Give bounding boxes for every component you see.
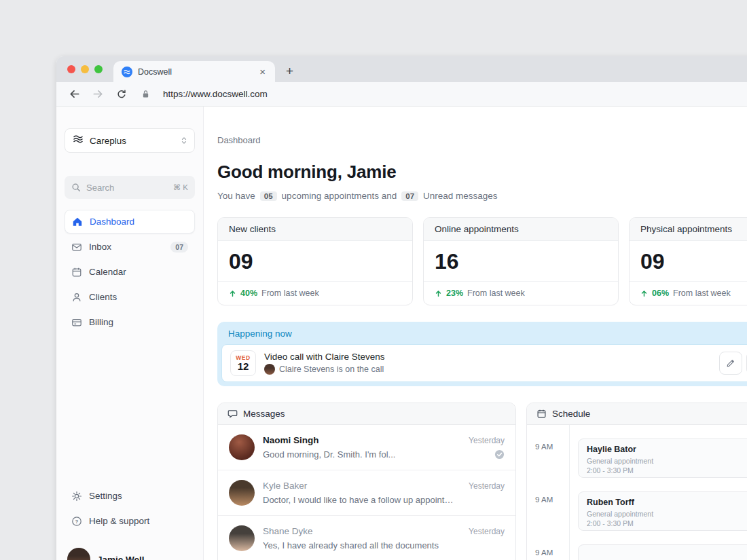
event-subtitle-row: Claire Stevens is on the call	[264, 364, 385, 375]
stat-footer: 40% From last week	[218, 281, 412, 305]
schedule-card-wrap	[569, 544, 747, 560]
summary-suffix: Unread messages	[423, 191, 498, 201]
workspace-name: Careplus	[90, 136, 126, 146]
forward-icon[interactable]	[92, 88, 104, 100]
address-bar[interactable]: https://www.docswell.com	[163, 89, 268, 99]
message-list-item[interactable]: Kyle Baker Doctor, I would like to have …	[218, 470, 515, 516]
arrow-up-icon	[640, 290, 648, 297]
sidebar: Careplus ⌘ K Dashboard	[56, 107, 204, 560]
message-preview: Yes, I have already shared all the docum…	[263, 540, 460, 550]
sidebar-item-label: Settings	[89, 491, 122, 501]
close-window-button[interactable]	[67, 65, 75, 73]
message-meta: Yesterday	[469, 480, 505, 491]
back-icon[interactable]	[69, 88, 80, 100]
arrow-up-icon	[229, 290, 236, 297]
stat-footer: 06% From last week	[630, 281, 747, 305]
chevron-updown-icon	[181, 136, 187, 145]
stat-title: Physical appointments	[630, 218, 747, 241]
appointments-count-badge: 05	[260, 191, 277, 201]
sidebar-item-dashboard[interactable]: Dashboard	[65, 210, 195, 234]
edit-event-button[interactable]	[719, 352, 742, 375]
message-meta: Yesterday	[469, 525, 505, 536]
sidebar-item-inbox[interactable]: Inbox 07	[65, 235, 195, 259]
new-tab-button[interactable]: +	[286, 64, 293, 77]
appointment-hours: 2:00 - 3:30 PM	[587, 519, 747, 527]
breadcrumb: Dashboard	[217, 135, 747, 145]
avatar	[229, 434, 255, 460]
user-profile-row[interactable]: Jamie Well	[65, 548, 195, 560]
stat-delta: 06%	[652, 288, 669, 298]
schedule-row: 9 AM	[527, 544, 747, 560]
stat-delta-note: From last week	[261, 288, 319, 298]
sidebar-item-settings[interactable]: Settings	[65, 484, 195, 508]
message-body: Naomi Singh Good morning, Dr. Smith. I'm…	[263, 434, 460, 460]
message-preview: Doctor, I would like to have a follow up…	[263, 495, 460, 505]
message-sender: Shane Dyke	[263, 526, 460, 536]
happening-now-event-card[interactable]: WED 12 Video call with Claire Stevens Cl…	[221, 344, 747, 382]
sidebar-item-calendar[interactable]: Calendar	[65, 260, 195, 284]
avatar	[264, 364, 275, 375]
minimize-window-button[interactable]	[81, 65, 89, 73]
inbox-icon	[71, 242, 82, 253]
inbox-count-badge: 07	[170, 242, 188, 253]
stat-footer: 23% From last week	[424, 281, 618, 305]
browser-window: Docswell × + https://www.docswell.com	[56, 56, 747, 560]
schedule-panel-title: Schedule	[552, 409, 590, 419]
panels-row: Messages Naomi Singh Good morning, Dr. S…	[217, 403, 747, 560]
stat-delta: 23%	[446, 288, 463, 298]
reload-icon[interactable]	[116, 89, 127, 100]
browser-tab-docswell[interactable]: Docswell ×	[113, 61, 275, 82]
sidebar-item-label: Dashboard	[90, 217, 134, 227]
browser-tabstrip: Docswell × +	[56, 56, 747, 82]
stat-value: 09	[218, 241, 412, 281]
browser-toolbar: https://www.docswell.com	[56, 82, 747, 107]
workspace-selector[interactable]: Careplus	[65, 128, 195, 153]
appointment-card[interactable]: Haylie Bator General appointment 2:00 - …	[578, 438, 747, 478]
schedule-card-wrap: Haylie Bator General appointment 2:00 - …	[569, 438, 747, 478]
appointment-patient: Haylie Bator	[587, 445, 747, 454]
appointment-card[interactable]	[578, 544, 747, 560]
stat-card-physical-appointments: Physical appointments 09 06% From last w…	[629, 217, 747, 305]
stat-value: 16	[424, 241, 618, 281]
search-input[interactable]	[86, 183, 168, 193]
message-list-item[interactable]: Naomi Singh Good morning, Dr. Smith. I'm…	[218, 425, 515, 470]
event-subtitle: Claire Stevens is on the call	[279, 365, 384, 374]
appointment-card[interactable]: Ruben Torff General appointment 2:00 - 3…	[578, 491, 747, 531]
schedule-divider	[569, 425, 570, 560]
secure-lock-icon[interactable]	[142, 90, 149, 98]
stat-delta: 40%	[240, 288, 257, 298]
tab-close-icon[interactable]: ×	[258, 65, 267, 78]
message-list-item[interactable]: Shane Dyke Yes, I have already shared al…	[218, 516, 515, 560]
message-time: Yesterday	[469, 436, 505, 445]
svg-text:?: ?	[75, 518, 79, 524]
schedule-row: 9 AM Ruben Torff General appointment 2:0…	[527, 491, 747, 531]
schedule-card-wrap: Ruben Torff General appointment 2:00 - 3…	[569, 491, 747, 531]
sidebar-item-label: Billing	[89, 317, 113, 327]
dashboard-main: Dashboard Good morning, Jamie You have 0…	[204, 107, 747, 560]
docswell-app: Careplus ⌘ K Dashboard	[56, 107, 747, 560]
happening-now-title: Happening now	[221, 322, 747, 344]
avatar	[67, 548, 90, 560]
chat-icon	[227, 409, 238, 419]
message-body: Shane Dyke Yes, I have already shared al…	[263, 525, 460, 550]
arrow-up-icon	[435, 290, 442, 297]
event-date-chip: WED 12	[230, 350, 256, 376]
appointment-patient: Ruben Torff	[587, 498, 747, 507]
sidebar-item-billing[interactable]: Billing	[65, 310, 195, 334]
avatar	[229, 480, 255, 506]
search-box[interactable]: ⌘ K	[65, 176, 195, 199]
read-check-icon	[494, 449, 505, 460]
tab-title: Docswell	[138, 67, 253, 77]
stat-delta-note: From last week	[673, 288, 731, 298]
message-preview: Good morning, Dr. Smith. I'm fol...	[263, 449, 460, 460]
help-circle-icon: ?	[71, 516, 82, 527]
message-sender: Kyle Baker	[263, 481, 460, 491]
appointment-type: General appointment	[587, 457, 747, 465]
zoom-window-button[interactable]	[94, 65, 103, 73]
sidebar-footer: Settings ? Help & support Jamie Well	[65, 484, 195, 560]
sidebar-item-clients[interactable]: Clients	[65, 285, 195, 309]
schedule-panel-header: Schedule	[527, 403, 747, 425]
sidebar-item-help[interactable]: ? Help & support	[65, 509, 195, 533]
stat-title: New clients	[218, 218, 412, 241]
schedule-time-label: 9 AM	[527, 491, 569, 531]
